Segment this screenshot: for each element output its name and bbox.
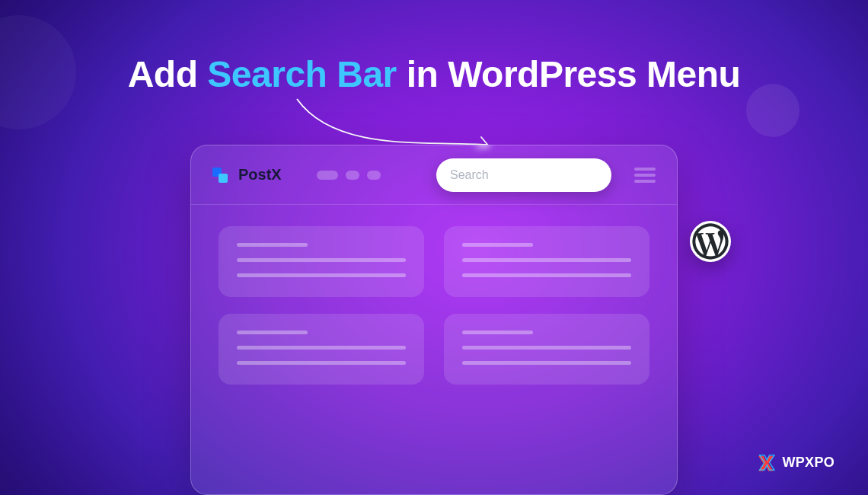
nav-item-placeholder[interactable]: [367, 171, 381, 180]
skeleton-line: [462, 243, 533, 247]
headline-prefix: Add: [128, 54, 208, 94]
site-brand[interactable]: PostX: [212, 166, 282, 184]
search-input[interactable]: [436, 168, 611, 182]
footer-brand: WPXPO: [756, 452, 834, 472]
footer-brand-label: WPXPO: [782, 455, 834, 471]
postx-logo-icon: [212, 166, 232, 184]
skeleton-line: [237, 346, 406, 350]
skeleton-line: [462, 361, 631, 365]
nav-placeholder: [317, 171, 381, 180]
content-card: [444, 314, 649, 385]
skeleton-line: [237, 331, 308, 334]
skeleton-line: [462, 258, 631, 262]
skeleton-line: [462, 273, 631, 277]
content-grid: [191, 205, 677, 406]
content-card: [444, 226, 649, 297]
svg-rect-1: [219, 174, 228, 183]
nav-item-placeholder[interactable]: [317, 171, 338, 180]
skeleton-line: [237, 273, 406, 277]
headline-suffix: in WordPress Menu: [397, 54, 741, 94]
site-brand-label: PostX: [238, 166, 282, 184]
skeleton-line: [237, 258, 406, 262]
top-bar: PostX: [191, 145, 677, 205]
skeleton-line: [462, 331, 533, 334]
content-card: [219, 314, 424, 385]
search-bar[interactable]: [436, 158, 611, 192]
skeleton-line: [462, 346, 631, 350]
headline-accent: Search Bar: [207, 54, 396, 94]
skeleton-line: [237, 361, 406, 365]
wordpress-badge: [690, 221, 731, 262]
content-card: [219, 226, 424, 297]
wordpress-icon: [691, 222, 729, 260]
wpxpo-logo-icon: [756, 452, 776, 472]
mock-browser-window: PostX: [190, 145, 678, 495]
hamburger-menu-icon[interactable]: [634, 168, 656, 183]
skeleton-line: [237, 243, 308, 247]
headline: Add Search Bar in WordPress Menu: [0, 53, 868, 95]
nav-item-placeholder[interactable]: [346, 171, 359, 180]
